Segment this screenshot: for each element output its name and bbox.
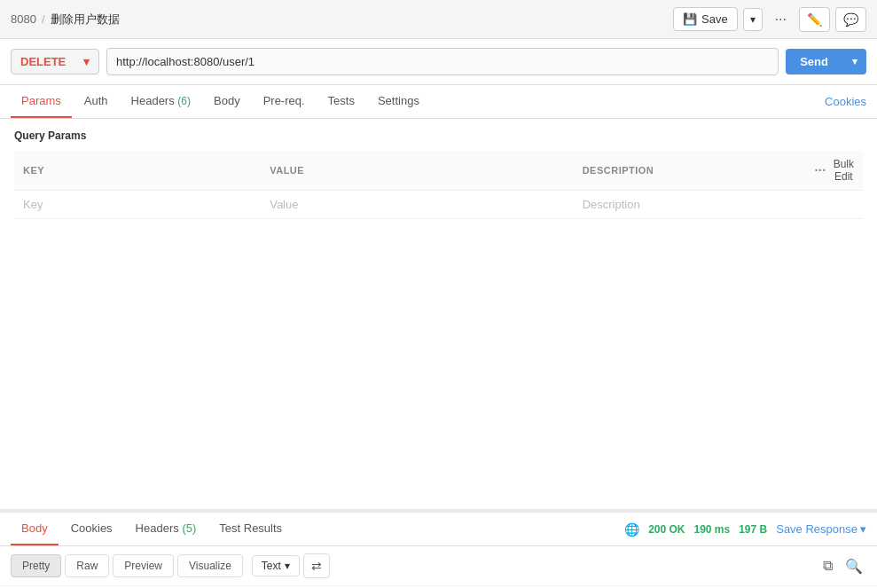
tab-prereq[interactable]: Pre-req. bbox=[253, 85, 316, 118]
top-bar: 8080 / 删除用户数据 💾 Save ▾ ··· ✏️ 💬 bbox=[0, 0, 877, 39]
status-badge: 200 OK bbox=[648, 523, 685, 536]
tab-settings[interactable]: Settings bbox=[367, 85, 430, 118]
save-disk-icon: 💾 bbox=[683, 12, 697, 26]
col-header-key: KEY bbox=[14, 151, 261, 191]
tab-body[interactable]: Body bbox=[203, 85, 251, 118]
table-row: Key Value Description bbox=[14, 191, 863, 219]
save-chevron-button[interactable]: ▾ bbox=[743, 8, 763, 31]
cookies-link[interactable]: Cookies bbox=[825, 86, 866, 117]
col-header-actions: ··· Bulk Edit bbox=[805, 151, 863, 191]
response-tab-body[interactable]: Body bbox=[11, 513, 59, 545]
url-input[interactable] bbox=[106, 48, 779, 75]
key-cell[interactable]: Key bbox=[14, 191, 261, 219]
response-tab-test-results[interactable]: Test Results bbox=[208, 513, 293, 545]
view-visualize-button[interactable]: Visualize bbox=[177, 554, 243, 577]
send-button-label: Send bbox=[786, 55, 842, 68]
tab-auth[interactable]: Auth bbox=[74, 85, 119, 118]
view-preview-button[interactable]: Preview bbox=[113, 554, 174, 577]
col-header-description: DESCRIPTION bbox=[574, 151, 806, 191]
save-button[interactable]: 💾 Save bbox=[673, 7, 738, 31]
tab-tests[interactable]: Tests bbox=[317, 85, 365, 118]
bulk-edit-button[interactable]: Bulk Edit bbox=[834, 158, 854, 183]
response-tabs-bar: Body Cookies Headers (5) Test Results 🌐 … bbox=[0, 513, 877, 546]
send-chevron-icon[interactable]: ▾ bbox=[843, 56, 866, 67]
format-select[interactable]: Text ▾ bbox=[252, 555, 300, 576]
method-label: DELETE bbox=[20, 55, 66, 68]
headers-badge: (6) bbox=[177, 95, 191, 107]
actions-cell bbox=[805, 191, 863, 219]
send-button[interactable]: Send ▾ bbox=[786, 49, 866, 74]
copy-button[interactable]: ⧉ bbox=[819, 554, 836, 578]
format-label: Text bbox=[262, 560, 281, 572]
port-label: 8080 bbox=[11, 12, 36, 26]
response-size: 197 B bbox=[739, 523, 767, 536]
view-pretty-button[interactable]: Pretty bbox=[11, 554, 61, 577]
tab-headers[interactable]: Headers (6) bbox=[121, 85, 201, 118]
response-headers-badge: (5) bbox=[182, 521, 196, 535]
response-body-toolbar: Pretty Raw Preview Visualize Text ▾ ⇄ ⧉ … bbox=[0, 546, 877, 586]
query-params-section: Query Params KEY VALUE DESCRIPTION ··· bbox=[0, 119, 877, 420]
more-options-button[interactable]: ··· bbox=[768, 8, 794, 31]
spacer bbox=[0, 420, 877, 509]
description-cell[interactable]: Description bbox=[574, 191, 806, 219]
request-tabs-bar: Params Auth Headers (6) Body Pre-req. Te… bbox=[0, 85, 877, 119]
query-params-title: Query Params bbox=[14, 129, 863, 142]
save-button-label: Save bbox=[701, 12, 728, 26]
view-raw-button[interactable]: Raw bbox=[65, 554, 109, 577]
top-bar-right: 💾 Save ▾ ··· ✏️ 💬 bbox=[673, 7, 866, 32]
table-more-icon[interactable]: ··· bbox=[814, 163, 826, 177]
response-tab-cookies[interactable]: Cookies bbox=[60, 513, 123, 545]
response-time: 190 ms bbox=[693, 523, 730, 536]
comment-icon-button[interactable]: 💬 bbox=[835, 7, 866, 32]
format-chevron-icon: ▾ bbox=[285, 560, 290, 572]
col-header-value: VALUE bbox=[261, 151, 573, 191]
method-chevron-icon: ▾ bbox=[83, 55, 90, 68]
wrap-button[interactable]: ⇄ bbox=[303, 553, 330, 578]
separator: / bbox=[42, 12, 45, 26]
edit-icon-button[interactable]: ✏️ bbox=[799, 7, 830, 32]
top-bar-left: 8080 / 删除用户数据 bbox=[11, 12, 120, 27]
globe-icon: 🌐 bbox=[624, 522, 639, 537]
search-button[interactable]: 🔍 bbox=[842, 554, 866, 578]
params-table: KEY VALUE DESCRIPTION ··· Bulk Edit bbox=[14, 151, 863, 219]
response-meta: 🌐 200 OK 190 ms 197 B Save Response ▾ bbox=[624, 522, 866, 537]
request-title: 删除用户数据 bbox=[51, 12, 120, 27]
toolbar-right: ⧉ 🔍 bbox=[819, 554, 866, 578]
method-select[interactable]: DELETE ▾ bbox=[11, 49, 99, 74]
response-section: Body Cookies Headers (5) Test Results 🌐 … bbox=[0, 509, 877, 588]
url-bar: DELETE ▾ Send ▾ bbox=[0, 39, 877, 85]
tab-params[interactable]: Params bbox=[11, 85, 72, 118]
value-cell[interactable]: Value bbox=[261, 191, 573, 219]
save-response-button[interactable]: Save Response ▾ bbox=[776, 522, 866, 536]
response-tab-headers[interactable]: Headers (5) bbox=[125, 513, 208, 545]
